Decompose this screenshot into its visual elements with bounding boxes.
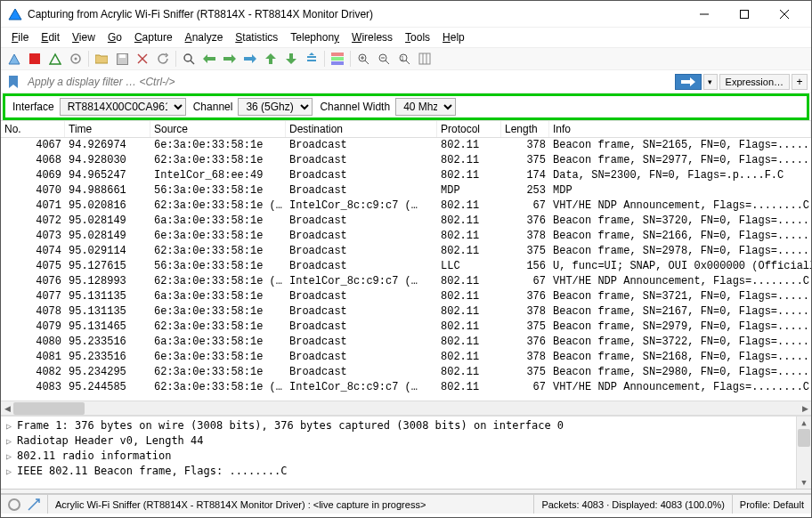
detail-row[interactable]: ▷Frame 1: 376 bytes on wire (3008 bits),… [1, 418, 811, 433]
packet-row[interactable]: 406894.92803062:3a:0e:33:58:1eBroadcast8… [1, 153, 811, 168]
go-first-icon[interactable] [261, 49, 280, 69]
packet-row[interactable]: 408395.24458562:3a:0e:33:58:1e (…IntelCo… [1, 380, 811, 395]
status-profile[interactable]: Profile: Default [733, 495, 811, 514]
scroll-down-icon[interactable]: ▼ [797, 476, 811, 489]
col-destination[interactable]: Destination [286, 121, 437, 137]
menu-statistics[interactable]: Statistics [230, 29, 283, 45]
details-vscroll[interactable]: ▲ ▼ [796, 417, 811, 489]
menu-edit[interactable]: Edit [36, 29, 65, 45]
app-icon [8, 7, 22, 21]
packet-row[interactable]: 407695.12899362:3a:0e:33:58:1e (…IntelCo… [1, 274, 811, 289]
expand-icon[interactable]: ▷ [6, 433, 17, 449]
apply-filter-button[interactable] [675, 74, 702, 90]
filter-history-dropdown[interactable]: ▾ [703, 74, 718, 90]
scroll-left-icon[interactable]: ◀ [1, 401, 13, 416]
capture-options-icon[interactable] [66, 49, 85, 69]
menu-view[interactable]: View [67, 29, 101, 45]
channel-select[interactable]: 36 (5Ghz) [238, 98, 313, 116]
restart-capture-icon[interactable] [45, 49, 65, 69]
detail-row[interactable]: ▷Radiotap Header v0, Length 44 [1, 433, 811, 449]
window-title: Capturing from Acrylic Wi-Fi Sniffer (RT… [28, 8, 684, 20]
save-file-icon[interactable] [112, 49, 132, 69]
channel-width-select[interactable]: 40 Mhz [395, 98, 456, 116]
menu-wireless[interactable]: Wireless [346, 29, 398, 45]
titlebar: Capturing from Acrylic Wi-Fi Sniffer (RT… [1, 1, 811, 28]
status-packets: Packets: 4083 · Displayed: 4083 (100.0%) [534, 495, 732, 514]
menu-analyze[interactable]: Analyze [180, 29, 229, 45]
menu-tools[interactable]: Tools [400, 29, 435, 45]
menu-help[interactable]: Help [437, 29, 470, 45]
expand-icon[interactable]: ▷ [6, 418, 17, 433]
packet-row[interactable]: 407195.02081662:3a:0e:33:58:1e (…IntelCo… [1, 198, 811, 214]
close-file-icon[interactable] [133, 49, 152, 69]
status-expert-icon[interactable] [26, 495, 48, 514]
svg-rect-17 [331, 61, 344, 65]
toolbar: 1 [1, 47, 811, 70]
packet-row[interactable]: 407895.1311356e:3a:0e:33:58:1eBroadcast8… [1, 304, 811, 320]
svg-rect-1 [740, 10, 748, 18]
close-button[interactable] [764, 2, 804, 27]
display-filter-input[interactable] [24, 73, 673, 91]
expand-icon[interactable]: ▷ [6, 449, 17, 464]
col-no[interactable]: No. [1, 121, 65, 137]
colorize-icon[interactable] [328, 49, 347, 69]
find-packet-icon[interactable] [179, 49, 199, 69]
go-last-icon[interactable] [281, 49, 301, 69]
packet-row[interactable]: 407295.0281496a:3a:0e:33:58:1eBroadcast8… [1, 214, 811, 229]
packet-row[interactable]: 406794.9269746e:3a:0e:33:58:1eBroadcast8… [1, 138, 811, 153]
svg-point-6 [75, 58, 77, 61]
packet-row[interactable]: 407595.12761556:3a:0e:33:58:1eBroadcastL… [1, 259, 811, 274]
col-protocol[interactable]: Protocol [437, 121, 501, 137]
menubar: File Edit View Go Capture Analyze Statis… [1, 28, 811, 47]
scroll-thumb[interactable] [13, 402, 85, 415]
status-capture-icon[interactable] [1, 495, 26, 514]
detail-row[interactable]: ▷IEEE 802.11 Beacon frame, Flags: ......… [1, 464, 811, 479]
col-source[interactable]: Source [150, 121, 286, 137]
packet-row[interactable]: 408095.2335166a:3a:0e:33:58:1eBroadcast8… [1, 335, 811, 350]
menu-capture[interactable]: Capture [129, 29, 178, 45]
detail-row[interactable]: ▷802.11 radio information [1, 449, 811, 464]
add-filter-button[interactable]: + [792, 74, 808, 90]
go-to-packet-icon[interactable] [240, 49, 260, 69]
expression-button[interactable]: Expression… [719, 74, 790, 90]
packet-details[interactable]: ▷Frame 1: 376 bytes on wire (3008 bits),… [1, 416, 811, 489]
packet-row[interactable]: 407395.0281496e:3a:0e:33:58:1eBroadcast8… [1, 229, 811, 244]
col-length[interactable]: Length [501, 121, 549, 137]
packet-row[interactable]: 408195.2335166e:3a:0e:33:58:1eBroadcast8… [1, 350, 811, 365]
packet-row[interactable]: 407094.98866156:3a:0e:33:58:1eBroadcastM… [1, 183, 811, 198]
status-main: Acrylic Wi-Fi Sniffer (RT8814X - RT8814X… [48, 495, 534, 514]
col-time[interactable]: Time [65, 121, 150, 137]
col-info[interactable]: Info [549, 121, 811, 137]
packet-row[interactable]: 407795.1311356a:3a:0e:33:58:1eBroadcast8… [1, 289, 811, 304]
filter-bookmark-icon[interactable] [4, 73, 22, 91]
packet-list-hscroll[interactable]: ◀ ▶ [1, 401, 811, 416]
packet-row[interactable]: 408295.23429562:3a:0e:33:58:1eBroadcast8… [1, 365, 811, 380]
menu-go[interactable]: Go [102, 29, 127, 45]
svg-rect-14 [307, 60, 316, 61]
scroll-right-icon[interactable]: ▶ [799, 401, 811, 416]
expand-icon[interactable]: ▷ [6, 464, 17, 479]
zoom-reset-icon[interactable]: 1 [394, 49, 414, 69]
minimize-button[interactable] [684, 2, 724, 27]
svg-rect-15 [331, 53, 344, 56]
packet-row[interactable]: 407495.02911462:3a:0e:33:58:1eBroadcast8… [1, 244, 811, 259]
menu-telephony[interactable]: Telephony [285, 29, 345, 45]
interface-select[interactable]: RT8814X00C0CA961BF5 [60, 98, 186, 116]
auto-scroll-icon[interactable] [302, 49, 321, 69]
start-capture-icon[interactable] [4, 49, 24, 69]
zoom-out-icon[interactable] [374, 49, 394, 69]
go-forward-icon[interactable] [220, 49, 240, 69]
packet-row[interactable]: 406994.965247IntelCor_68:ee:49Broadcast8… [1, 168, 811, 183]
packet-list[interactable]: 406794.9269746e:3a:0e:33:58:1eBroadcast8… [1, 138, 811, 401]
stop-capture-icon[interactable] [25, 49, 45, 69]
packet-row[interactable]: 407995.13146562:3a:0e:33:58:1eBroadcast8… [1, 320, 811, 335]
resize-columns-icon[interactable] [415, 49, 434, 69]
zoom-in-icon[interactable] [353, 49, 373, 69]
maximize-button[interactable] [724, 2, 764, 27]
reload-icon[interactable] [153, 49, 173, 69]
scroll-thumb[interactable] [798, 429, 810, 447]
go-back-icon[interactable] [199, 49, 219, 69]
scroll-up-icon[interactable]: ▲ [797, 417, 811, 429]
open-file-icon[interactable] [92, 49, 111, 69]
menu-file[interactable]: File [6, 29, 34, 45]
